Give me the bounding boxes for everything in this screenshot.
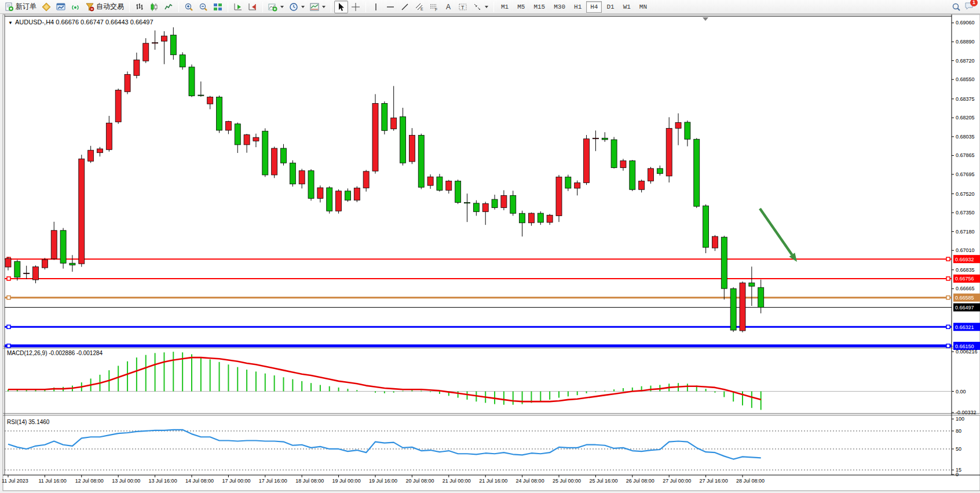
candle-body[interactable] xyxy=(520,213,525,222)
signals-button[interactable] xyxy=(68,1,82,13)
candle-body[interactable] xyxy=(5,258,11,267)
candle-body[interactable] xyxy=(115,90,121,122)
candle-body[interactable] xyxy=(33,267,39,280)
candle-body[interactable] xyxy=(70,263,75,265)
timeframe-button-h1[interactable]: H1 xyxy=(570,1,586,13)
timeframe-button-m1[interactable]: M1 xyxy=(497,1,513,13)
trendline-tool-button[interactable] xyxy=(398,1,412,13)
candle-body[interactable] xyxy=(272,148,277,175)
candle-body[interactable] xyxy=(354,188,360,200)
auto-trading-button[interactable]: 自动交易 xyxy=(83,1,126,13)
line-handle[interactable] xyxy=(7,296,10,300)
channel-tool-button[interactable]: E xyxy=(412,1,426,13)
line-handle[interactable] xyxy=(946,257,950,261)
candle-body[interactable] xyxy=(125,74,130,92)
candle-body[interactable] xyxy=(501,195,507,207)
chart-shift-button[interactable] xyxy=(246,1,259,13)
candle-body[interactable] xyxy=(694,139,700,206)
candle-body[interactable] xyxy=(207,97,213,104)
candle-body[interactable] xyxy=(575,182,580,188)
cursor-tool-button[interactable] xyxy=(334,1,348,13)
candle-body[interactable] xyxy=(749,283,755,286)
candle-body[interactable] xyxy=(336,191,342,211)
candle-body[interactable] xyxy=(217,97,222,130)
candle-body[interactable] xyxy=(620,160,626,167)
notifications-button[interactable]: 1 xyxy=(964,1,974,13)
timeframe-button-w1[interactable]: W1 xyxy=(619,1,635,13)
text-label-tool-button[interactable]: T xyxy=(456,1,470,13)
candle-body[interactable] xyxy=(675,123,681,129)
line-handle[interactable] xyxy=(7,344,10,348)
candle-body[interactable] xyxy=(565,177,571,188)
candle-body[interactable] xyxy=(465,202,470,203)
line-handle[interactable] xyxy=(7,277,10,280)
candle-body[interactable] xyxy=(97,149,103,153)
zoom-in-button[interactable] xyxy=(182,1,196,13)
text-tool-button[interactable]: A xyxy=(441,1,455,13)
periods-button[interactable] xyxy=(287,1,307,13)
candle-body[interactable] xyxy=(363,171,369,188)
candle-body[interactable] xyxy=(51,231,57,259)
timeframe-button-d1[interactable]: D1 xyxy=(602,1,618,13)
candle-body[interactable] xyxy=(253,137,259,141)
price-chart-canvas[interactable]: 0.690600.688900.687200.685500.683750.682… xyxy=(0,14,980,493)
candle-body[interactable] xyxy=(427,177,433,185)
candle-body[interactable] xyxy=(657,169,663,174)
auto-scroll-button[interactable] xyxy=(231,1,245,13)
candle-body[interactable] xyxy=(317,188,323,199)
candle-body[interactable] xyxy=(418,135,424,187)
candle-body[interactable] xyxy=(602,138,608,140)
candle-body[interactable] xyxy=(281,148,287,163)
horizontal-line-tool-button[interactable] xyxy=(383,1,397,13)
candle-body[interactable] xyxy=(510,195,516,213)
candle-body[interactable] xyxy=(308,171,314,199)
candle-body[interactable] xyxy=(482,203,488,211)
candle-body[interactable] xyxy=(730,289,736,330)
zoom-out-button[interactable] xyxy=(196,1,210,13)
timeframe-button-m30[interactable]: M30 xyxy=(550,1,569,13)
candle-body[interactable] xyxy=(60,231,66,264)
arrows-tool-button[interactable] xyxy=(470,1,491,13)
candle-body[interactable] xyxy=(400,116,406,163)
candle-body[interactable] xyxy=(685,122,690,139)
candle-body[interactable] xyxy=(24,273,30,273)
candle-body[interactable] xyxy=(106,123,112,149)
candle-body[interactable] xyxy=(143,43,149,61)
candle-body[interactable] xyxy=(446,181,452,191)
candle-body[interactable] xyxy=(666,128,672,176)
candle-body[interactable] xyxy=(528,213,534,223)
candle-body[interactable] xyxy=(537,213,543,222)
candle-body[interactable] xyxy=(611,140,617,167)
timeframe-button-h4[interactable]: H4 xyxy=(586,1,602,13)
indicators-button[interactable] xyxy=(266,1,286,13)
chart-menu-marker[interactable]: ▼ xyxy=(8,20,13,25)
candle-body[interactable] xyxy=(262,131,268,175)
candle-body[interactable] xyxy=(721,237,727,289)
templates-button[interactable] xyxy=(308,1,328,13)
candle-body[interactable] xyxy=(161,36,167,41)
metaeditor-button[interactable] xyxy=(39,1,53,13)
candle-body[interactable] xyxy=(556,177,562,216)
candle-body[interactable] xyxy=(409,135,415,162)
fibonacci-tool-button[interactable]: F xyxy=(427,1,441,13)
pane-splitter[interactable] xyxy=(3,414,980,416)
strategy-tester-button[interactable] xyxy=(54,1,68,13)
search-icon[interactable] xyxy=(952,2,961,12)
candle-body[interactable] xyxy=(235,124,240,145)
candle-body[interactable] xyxy=(703,206,709,247)
candle-body[interactable] xyxy=(593,138,598,138)
candle-body[interactable] xyxy=(492,199,498,207)
new-order-button[interactable]: 新订单 xyxy=(2,1,39,13)
candle-body[interactable] xyxy=(180,55,185,67)
line-handle[interactable] xyxy=(946,277,950,280)
tile-windows-button[interactable] xyxy=(211,1,225,13)
chart-window[interactable]: 0.690600.688900.687200.685500.683750.682… xyxy=(0,14,980,493)
candle-body[interactable] xyxy=(455,181,461,203)
candle-body[interactable] xyxy=(198,95,204,96)
candle-body[interactable] xyxy=(372,103,378,171)
candle-body[interactable] xyxy=(134,60,140,75)
candle-body[interactable] xyxy=(327,188,332,211)
candle-body[interactable] xyxy=(290,163,295,184)
line-handle[interactable] xyxy=(7,325,10,328)
candle-body[interactable] xyxy=(152,43,158,43)
